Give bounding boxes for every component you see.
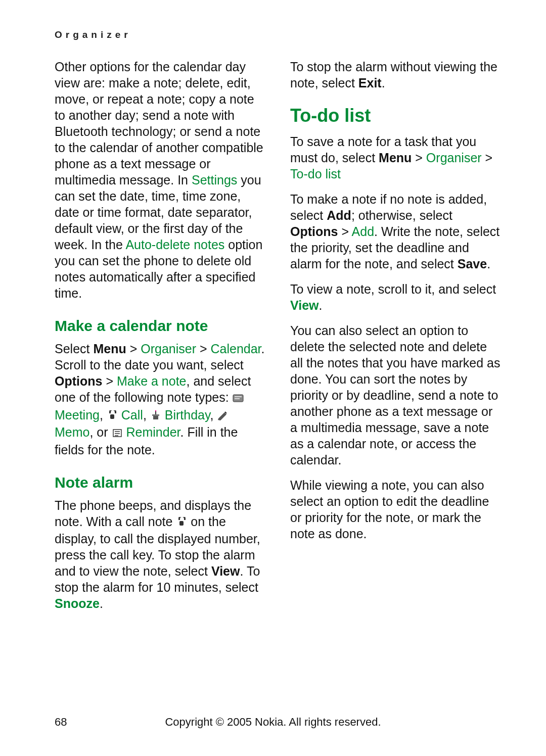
text: . (100, 596, 103, 610)
text: To view a note, scroll to it, and select (290, 282, 496, 296)
paragraph-todo-intro: To save a note for a task that you must … (290, 133, 500, 182)
text: > (126, 342, 141, 356)
paragraph-note-alarm: The phone beeps, and displays the note. … (55, 497, 265, 611)
auto-delete-label: Auto-delete notes (125, 238, 224, 252)
paragraph-make-note: Select Menu > Organiser > Calendar. Scro… (55, 341, 265, 457)
text: > (482, 151, 493, 165)
text: . (319, 298, 323, 312)
svg-rect-12 (179, 521, 184, 526)
make-a-note-label: Make a note (117, 374, 187, 388)
menu-label: Menu (93, 342, 126, 356)
todo-list-label: To-do list (290, 167, 341, 181)
menu-label: Menu (379, 151, 412, 165)
paragraph-todo-view: To view a note, scroll to it, and select… (290, 281, 500, 313)
text: , (210, 408, 217, 422)
view-label: View (211, 564, 240, 578)
save-label: Save (458, 257, 487, 271)
text: , or (89, 425, 111, 439)
heading-make-calendar-note: Make a calendar note (55, 316, 265, 336)
svg-rect-4 (153, 415, 158, 419)
call-label: Call (118, 408, 143, 422)
text: > (102, 374, 117, 388)
svg-rect-1 (235, 396, 242, 397)
birthday-icon (150, 408, 161, 424)
calendar-label: Calendar (210, 342, 261, 356)
options-label: Options (290, 224, 338, 239)
organiser-label: Organiser (141, 342, 196, 356)
reminder-icon (112, 426, 123, 442)
text: , (143, 408, 150, 422)
add-label: Add (327, 208, 351, 222)
text: . (487, 257, 490, 271)
document-page: Organizer Other options for the calendar… (0, 0, 546, 756)
svg-rect-5 (152, 414, 159, 416)
body-columns: Other options for the calendar day view … (55, 59, 500, 611)
text: Select (55, 342, 93, 356)
svg-point-7 (155, 410, 156, 411)
heading-todo-list: To-do list (290, 104, 500, 127)
settings-label: Settings (192, 173, 237, 187)
call-icon (107, 408, 118, 424)
call-icon (176, 514, 187, 531)
text: . (382, 76, 385, 90)
text: > (412, 151, 426, 165)
paragraph-todo-edit: While viewing a note, you can also selec… (290, 477, 500, 542)
text: , (100, 408, 107, 422)
text: Other options for the calendar day view … (55, 60, 263, 187)
view-label: View (290, 298, 319, 312)
meeting-icon (233, 391, 244, 407)
paragraph-todo-options: You can also select an option to delete … (290, 322, 500, 468)
organiser-label: Organiser (426, 151, 482, 165)
paragraph-todo-make: To make a note if no note is added, sele… (290, 191, 500, 272)
text: > (196, 342, 211, 356)
paragraph-calendar-options: Other options for the calendar day view … (55, 59, 265, 301)
paragraph-exit-alarm: To stop the alarm without viewing the no… (290, 59, 500, 91)
heading-note-alarm: Note alarm (55, 473, 265, 492)
text: To stop the alarm without viewing the no… (290, 60, 497, 90)
reminder-label: Reminder (123, 425, 180, 439)
memo-icon (217, 408, 230, 424)
exit-label: Exit (358, 76, 382, 90)
text: > (338, 224, 351, 239)
add-label: Add (352, 224, 374, 239)
memo-label: Memo (55, 425, 89, 439)
meeting-label: Meeting (55, 408, 100, 422)
snooze-label: Snooze (55, 596, 100, 610)
birthday-label: Birthday (161, 408, 210, 422)
copyright-footer: Copyright © 2005 Nokia. All rights reser… (0, 716, 546, 729)
svg-rect-6 (155, 411, 156, 414)
page-header: Organizer (55, 29, 500, 40)
options-label: Options (55, 374, 102, 388)
svg-rect-2 (235, 398, 240, 399)
svg-rect-3 (110, 414, 114, 419)
text: ; otherwise, select (351, 208, 452, 222)
